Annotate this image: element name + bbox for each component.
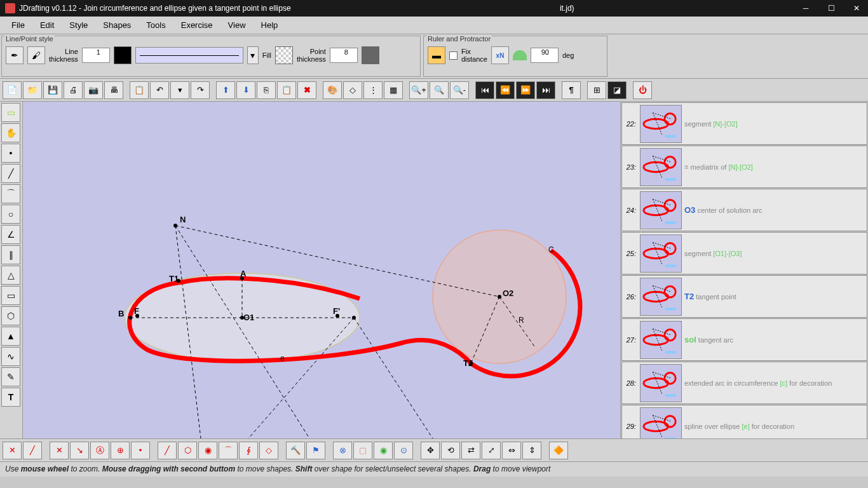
text-tool[interactable]: T: [1, 388, 20, 407]
menu-shapes[interactable]: Shapes: [97, 18, 137, 32]
drawing-canvas[interactable]: N T1 A B F F' O1 O2 R T2 C e: [23, 102, 620, 438]
intersect-tool[interactable]: ✕: [50, 442, 69, 459]
arrow-tool[interactable]: ↘: [70, 442, 89, 459]
line-thickness-input[interactable]: 1: [82, 48, 110, 63]
history-item[interactable]: 26:T2 tangent point: [621, 275, 867, 318]
target-tool[interactable]: ⊕: [111, 442, 130, 459]
xn-button[interactable]: xN: [491, 46, 509, 64]
box-tool[interactable]: ▢: [353, 442, 372, 459]
menu-tools[interactable]: Tools: [140, 18, 172, 32]
history-panel[interactable]: 22:segment [N]-[O2]23:= mediatrix of [N]…: [620, 102, 868, 438]
dots-button[interactable]: ⋮: [363, 81, 383, 99]
zoom-out-button[interactable]: 🔍-: [450, 81, 469, 99]
menu-exercise[interactable]: Exercise: [175, 18, 219, 32]
history-item[interactable]: 29:spline over ellipse [e] for decoratio…: [621, 405, 867, 438]
menu-view[interactable]: View: [222, 18, 252, 32]
parallel-tool[interactable]: ∥: [1, 245, 20, 264]
scale-tool[interactable]: ⤢: [482, 442, 501, 459]
color-button[interactable]: 🎨: [323, 81, 342, 99]
history-item[interactable]: 25:segment [O1]-[O3]: [621, 232, 867, 274]
circle-tool[interactable]: ○: [1, 205, 20, 224]
circle-a-tool[interactable]: Ⓐ: [90, 442, 109, 459]
line-color-swatch[interactable]: [114, 46, 132, 64]
first-button[interactable]: ⏮: [475, 81, 494, 99]
save-button[interactable]: 💾: [43, 81, 62, 99]
history-item[interactable]: 28:extended arc in circumference [c] for…: [621, 362, 867, 404]
wave-tool[interactable]: ∿: [1, 347, 20, 366]
angle-input[interactable]: 90: [531, 48, 559, 63]
move-tool[interactable]: ✥: [421, 442, 440, 459]
polygon-tool[interactable]: ⬡: [1, 306, 20, 325]
point-tool[interactable]: •: [1, 144, 20, 163]
minimize-button[interactable]: ─: [799, 4, 812, 13]
paragraph-button[interactable]: ¶: [562, 81, 581, 99]
spiral-tool[interactable]: ◉: [198, 442, 217, 459]
next-button[interactable]: ⏩: [516, 81, 535, 99]
zoom-fit-button[interactable]: 🔍: [430, 81, 449, 99]
line-tool[interactable]: ╱: [1, 164, 20, 183]
seg-tool[interactable]: ╱: [158, 442, 177, 459]
power-button[interactable]: ⏻: [633, 81, 652, 99]
fix-distance-checkbox[interactable]: [449, 51, 458, 60]
clipboard-button[interactable]: 📋: [130, 81, 149, 99]
menu-file[interactable]: File: [5, 18, 31, 32]
brush-button[interactable]: 🖌: [27, 46, 45, 64]
rect-tool[interactable]: ▭: [1, 286, 20, 305]
hammer-tool[interactable]: 🔨: [286, 442, 305, 459]
mirror-tool[interactable]: ⇄: [461, 442, 480, 459]
open-button[interactable]: 📁: [23, 81, 42, 99]
arc-tool[interactable]: ⌒: [1, 184, 20, 203]
save-as-button[interactable]: 🖨: [64, 81, 83, 99]
red-x-tool[interactable]: ✕: [3, 442, 22, 459]
dark-button[interactable]: ◪: [607, 81, 627, 99]
blue-circles-tool[interactable]: ⊙: [394, 442, 413, 459]
pencil-tool[interactable]: ✎: [1, 367, 20, 386]
menu-help[interactable]: Help: [255, 18, 285, 32]
layers-button[interactable]: ▦: [384, 81, 403, 99]
menu-style[interactable]: Style: [63, 18, 94, 32]
select-tool[interactable]: ▭: [1, 103, 20, 122]
copy-button[interactable]: ⎘: [257, 81, 276, 99]
hand-tool[interactable]: ✋: [1, 123, 20, 142]
new-button[interactable]: 📄: [3, 81, 22, 99]
circles-tool[interactable]: ◉: [374, 442, 393, 459]
delete-button[interactable]: ✖: [297, 81, 316, 99]
down-button[interactable]: ⬇: [236, 81, 255, 99]
paste-button[interactable]: 📋: [277, 81, 296, 99]
menu-edit[interactable]: Edit: [34, 18, 60, 32]
close-button[interactable]: ✕: [850, 4, 863, 13]
flip-h-tool[interactable]: ⇔: [502, 442, 521, 459]
last-button[interactable]: ⏭: [536, 81, 555, 99]
flag-tool[interactable]: ⚑: [306, 442, 325, 459]
paint-tool[interactable]: 🔶: [549, 442, 568, 459]
venn-tool[interactable]: ⊗: [333, 442, 352, 459]
hex-tool[interactable]: ⬡: [178, 442, 197, 459]
point-thickness-input[interactable]: 8: [330, 48, 358, 63]
fill-swatch[interactable]: [275, 46, 293, 64]
prev-button[interactable]: ⏪: [496, 81, 515, 99]
eyedropper-button[interactable]: ✒: [6, 46, 24, 64]
cone-tool[interactable]: ▲: [1, 327, 20, 346]
flip-v-tool[interactable]: ⇕: [522, 442, 541, 459]
history-item[interactable]: 22:segment [N]-[O2]: [621, 102, 867, 145]
history-item[interactable]: 23:= mediatrix of [N]-[O2]: [621, 146, 867, 188]
maximize-button[interactable]: ☐: [825, 4, 837, 13]
protractor-icon[interactable]: [513, 50, 527, 60]
angle-tool[interactable]: ∠: [1, 225, 20, 244]
diamond-button[interactable]: ◇: [343, 81, 362, 99]
point-color-swatch[interactable]: [362, 46, 379, 64]
triangle-tool[interactable]: △: [1, 266, 20, 285]
rotate-tool[interactable]: ⟲: [441, 442, 460, 459]
red-line-tool[interactable]: ╱: [23, 442, 42, 459]
wave2-tool[interactable]: ∮: [239, 442, 258, 459]
camera-button[interactable]: 📷: [84, 81, 103, 99]
line-preview[interactable]: [135, 47, 243, 64]
zoom-in-button[interactable]: 🔍+: [409, 81, 428, 99]
dot-tool[interactable]: •: [131, 442, 150, 459]
arc2-tool[interactable]: ⌒: [219, 442, 238, 459]
grid-button[interactable]: ⊞: [587, 81, 606, 99]
redo-button[interactable]: ▾: [170, 81, 189, 99]
ruler-icon[interactable]: ▬: [428, 46, 445, 64]
up-button[interactable]: ⬆: [216, 81, 235, 99]
print-button[interactable]: 🖶: [104, 81, 123, 99]
